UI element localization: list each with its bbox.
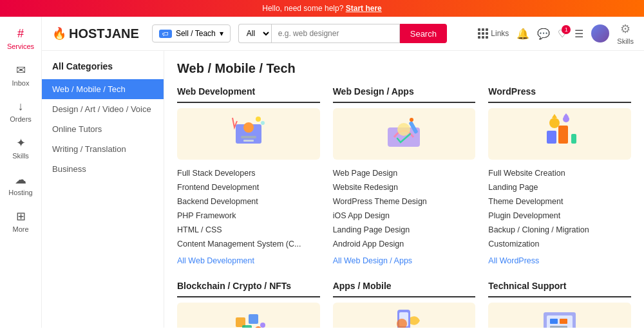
skills-sidebar-icon: ✦ bbox=[16, 136, 26, 150]
section-web-development: Web Development bbox=[177, 86, 320, 268]
logo-text: HOSTJANE bbox=[69, 26, 139, 41]
section-web-design: Web Design / Apps Web Page Des bbox=[333, 86, 476, 268]
main-content: All Categories Web / Mobile / Tech Desig… bbox=[42, 51, 644, 328]
link-landing-page-design[interactable]: Landing Page Design bbox=[333, 223, 476, 237]
link-wp-theme-design[interactable]: WordPress Theme Design bbox=[333, 194, 476, 209]
link-website-redesign[interactable]: Website Redesign bbox=[333, 180, 476, 194]
search-bar: All Search bbox=[238, 24, 447, 43]
sidebar-item-skills[interactable]: ✦ Skills bbox=[0, 131, 41, 165]
link-cms[interactable]: Content Management System (C... bbox=[177, 237, 320, 251]
svg-point-9 bbox=[410, 118, 413, 122]
svg-rect-17 bbox=[242, 325, 252, 328]
logo[interactable]: 🔥 HOSTJANE bbox=[52, 26, 139, 41]
link-full-website-creation[interactable]: Full Website Creation bbox=[488, 166, 631, 180]
cat-design-art[interactable]: Design / Art / Video / Voice bbox=[42, 99, 164, 119]
link-frontend[interactable]: Frontend Development bbox=[177, 180, 320, 194]
sell-teach-button[interactable]: 🏷 Sell / Teach ▾ bbox=[152, 24, 231, 42]
cat-online-tutors[interactable]: Online Tutors bbox=[42, 119, 164, 139]
more-icon: ⊞ bbox=[16, 209, 26, 223]
sidebar-label-services: Services bbox=[7, 42, 34, 50]
orders-icon: ↓ bbox=[18, 100, 24, 113]
avatar[interactable] bbox=[591, 24, 609, 42]
bottom-section-apps-mobile: Apps / Mobile bbox=[333, 281, 476, 328]
skills-header-button[interactable]: ⚙ Skills bbox=[617, 22, 634, 45]
bottom-title-technical-support: Technical Support bbox=[488, 281, 631, 297]
svg-point-7 bbox=[397, 123, 410, 136]
see-all-wordpress[interactable]: All WordPress bbox=[488, 254, 631, 268]
search-input[interactable] bbox=[271, 24, 400, 43]
banner-link[interactable]: Start here bbox=[346, 4, 382, 13]
link-customization[interactable]: Customization bbox=[488, 237, 631, 251]
bottom-title-blockchain: Blockchain / Crypto / NFTs bbox=[177, 281, 320, 297]
link-full-stack[interactable]: Full Stack Developers bbox=[177, 166, 320, 180]
svg-rect-3 bbox=[243, 140, 254, 142]
link-web-page-design[interactable]: Web Page Design bbox=[333, 166, 476, 180]
sections-grid: Web Development bbox=[177, 86, 631, 268]
link-theme-development[interactable]: Theme Development bbox=[488, 194, 631, 209]
sidebar-label-inbox: Inbox bbox=[12, 79, 30, 87]
services-icon: # bbox=[17, 27, 24, 41]
skills-header-label: Skills bbox=[617, 37, 634, 45]
section-title-wordpress: WordPress bbox=[488, 86, 631, 103]
header: 🔥 HOSTJANE 🏷 Sell / Teach ▾ All Search bbox=[42, 17, 644, 51]
svg-rect-14 bbox=[571, 134, 576, 144]
section-image-web-design bbox=[333, 108, 476, 160]
see-all-web-dev[interactable]: All Web Development bbox=[177, 254, 320, 268]
search-button[interactable]: Search bbox=[400, 24, 447, 43]
links-label: Links bbox=[491, 29, 509, 38]
svg-point-5 bbox=[261, 121, 265, 125]
bottom-image-technical-support bbox=[488, 303, 631, 328]
cat-business[interactable]: Business bbox=[42, 159, 164, 179]
top-banner: Hello, need some help? Start here bbox=[0, 0, 644, 17]
svg-rect-26 bbox=[560, 319, 567, 324]
svg-point-1 bbox=[243, 122, 254, 133]
section-image-web-dev bbox=[177, 108, 320, 160]
cat-writing-translation[interactable]: Writing / Translation bbox=[42, 139, 164, 159]
bottom-title-apps-mobile: Apps / Mobile bbox=[333, 281, 476, 297]
inbox-icon: ✉ bbox=[16, 63, 26, 77]
svg-point-4 bbox=[256, 117, 261, 122]
grid-icon bbox=[478, 28, 488, 39]
section-image-wordpress bbox=[488, 108, 631, 160]
svg-rect-25 bbox=[550, 319, 558, 324]
svg-point-12 bbox=[549, 118, 560, 128]
svg-rect-11 bbox=[558, 126, 568, 144]
content-area: 🔥 HOSTJANE 🏷 Sell / Teach ▾ All Search bbox=[42, 17, 644, 328]
skills-header-icon: ⚙ bbox=[620, 22, 630, 36]
link-backend[interactable]: Backend Development bbox=[177, 194, 320, 209]
categories-sidebar: All Categories Web / Mobile / Tech Desig… bbox=[42, 51, 164, 328]
category-select[interactable]: All bbox=[238, 24, 271, 43]
svg-rect-16 bbox=[249, 314, 258, 324]
bottom-section-blockchain: Blockchain / Crypto / NFTs bbox=[177, 281, 320, 328]
sidebar-item-inbox[interactable]: ✉ Inbox bbox=[0, 58, 41, 92]
logo-flame-icon: 🔥 bbox=[52, 26, 66, 41]
sidebar-item-hosting[interactable]: ☁ Hosting bbox=[0, 167, 41, 202]
link-landing-page[interactable]: Landing Page bbox=[488, 180, 631, 194]
wishlist-icon[interactable]: ♡ 1 bbox=[558, 28, 567, 40]
link-android-app-design[interactable]: Android App Design bbox=[333, 237, 476, 251]
sidebar-label-orders: Orders bbox=[10, 115, 32, 123]
section-wordpress: WordPress Ful bbox=[488, 86, 631, 268]
chat-icon[interactable]: 💬 bbox=[537, 28, 550, 40]
svg-point-13 bbox=[563, 116, 569, 122]
menu-icon[interactable]: ☰ bbox=[574, 28, 583, 40]
link-php[interactable]: PHP Framework bbox=[177, 209, 320, 223]
svg-rect-27 bbox=[550, 326, 567, 328]
notification-bell-icon[interactable]: 🔔 bbox=[516, 28, 529, 40]
page-title: Web / Mobile / Tech bbox=[177, 61, 631, 76]
bottom-image-apps-mobile bbox=[333, 303, 476, 328]
link-ios-app-design[interactable]: iOS App Design bbox=[333, 209, 476, 223]
link-html-css[interactable]: HTML / CSS bbox=[177, 223, 320, 237]
sidebar-item-services[interactable]: # Services bbox=[0, 22, 41, 55]
banner-text: Hello, need some help? bbox=[262, 4, 343, 13]
see-all-web-design[interactable]: All Web Design / Apps bbox=[333, 254, 476, 268]
link-plugin-development[interactable]: Plugin Development bbox=[488, 209, 631, 223]
sidebar-item-more[interactable]: ⊞ More bbox=[0, 204, 41, 238]
sidebar-item-orders[interactable]: ↓ Orders bbox=[0, 95, 41, 128]
section-title-web-design: Web Design / Apps bbox=[333, 86, 476, 103]
header-icons: Links 🔔 💬 ♡ 1 ☰ ⚙ Skills bbox=[478, 22, 634, 45]
link-backup-cloning[interactable]: Backup / Cloning / Migration bbox=[488, 223, 631, 237]
links-button[interactable]: Links bbox=[478, 28, 509, 39]
sell-teach-chevron-icon: ▾ bbox=[220, 29, 223, 38]
cat-web-mobile-tech[interactable]: Web / Mobile / Tech bbox=[42, 79, 164, 99]
